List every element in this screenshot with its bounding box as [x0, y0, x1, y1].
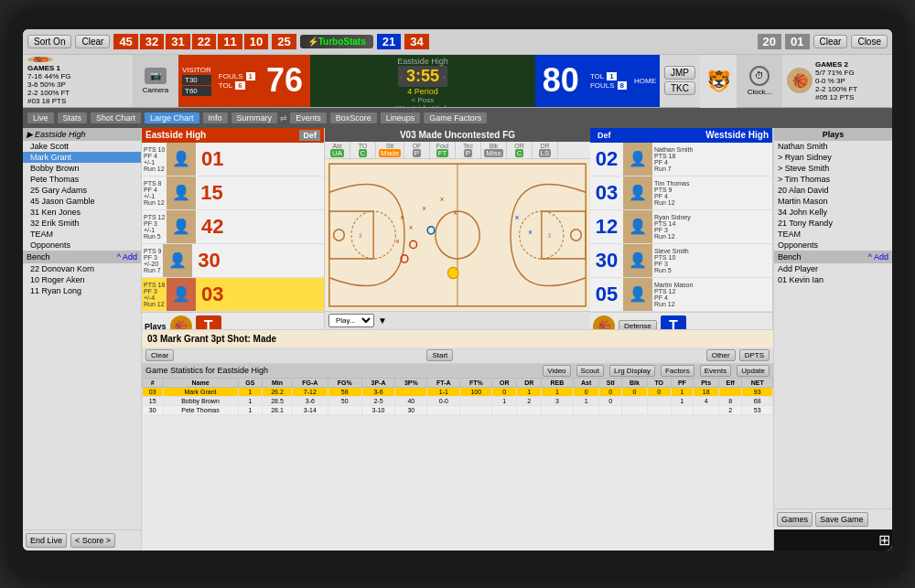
other-button[interactable]: Other: [706, 349, 736, 361]
home-player-2-photo: 👤: [623, 176, 652, 209]
foul-value[interactable]: FT: [436, 149, 449, 157]
to-value-c[interactable]: C: [359, 149, 368, 157]
events-button[interactable]: Events: [700, 365, 731, 377]
play-select[interactable]: Play...: [328, 314, 374, 327]
or-value[interactable]: C: [515, 149, 524, 157]
visitor-player-5-photo: 👤: [167, 278, 196, 311]
games2-panel: 🏀 GAMES 2 5/7 71% FG 0-0 % 3P 2-2 100% F…: [782, 55, 892, 107]
video-button[interactable]: Video: [543, 365, 570, 377]
games-button[interactable]: Games: [777, 512, 813, 527]
blk-value[interactable]: Miss: [484, 149, 502, 157]
nav-tab-events[interactable]: Events: [289, 112, 328, 124]
nav-tab-summary[interactable]: Summary: [231, 112, 279, 124]
bench-player-3[interactable]: 11 Ryan Long: [23, 285, 141, 296]
bench-add-right[interactable]: ^ Add: [868, 252, 888, 262]
start-button[interactable]: Start: [426, 349, 453, 361]
stats-row-mark-grant: 03 Mark Grant 1 26.2 7-12 58 3-6 1-1: [143, 387, 773, 396]
player2-avatar: 🏀: [787, 68, 813, 93]
svg-text:3: 3: [548, 231, 552, 238]
player-team[interactable]: TEAM: [23, 229, 141, 240]
svg-text:3: 3: [359, 231, 362, 238]
home-team-logo: 🐯: [700, 55, 737, 108]
update-button[interactable]: Update: [737, 365, 770, 377]
player-jake-scott[interactable]: Jake Scott: [23, 141, 141, 152]
jmp-button[interactable]: JMP: [664, 66, 695, 80]
player-opponents[interactable]: Opponents: [23, 240, 141, 251]
home-player-5-photo: 👤: [623, 278, 652, 311]
right-player-tim[interactable]: > Tim Thomas: [774, 174, 892, 185]
nav-tab-lineups[interactable]: Lineups: [380, 112, 422, 124]
end-live-button[interactable]: End Live: [26, 533, 67, 548]
home-team-header-name: Westside High: [705, 130, 769, 140]
right-opponents[interactable]: Opponents: [774, 240, 892, 251]
nav-tab-game-factors[interactable]: Game Factors: [423, 112, 488, 124]
right-team[interactable]: TEAM: [774, 229, 892, 240]
player-bobby-brown[interactable]: Bobby Brown: [23, 163, 141, 174]
dpts-button[interactable]: DPTS: [739, 349, 770, 361]
player-jason-gamble[interactable]: 45 Jason Gamble: [23, 196, 141, 207]
score-button[interactable]: < Score >: [70, 533, 115, 548]
tec-value[interactable]: P: [464, 149, 472, 157]
end-live-bar: End Live < Score >: [23, 529, 141, 551]
nav-tab-stats[interactable]: Stats: [57, 112, 89, 124]
visitor-team-name: Eastside High: [397, 57, 448, 66]
col-ftp: FT%: [460, 378, 492, 387]
right-player-alan[interactable]: 20 Alan David: [774, 185, 892, 196]
of-label: OF: [413, 143, 422, 149]
player-erik-smith[interactable]: 32 Erik Smith: [23, 218, 141, 229]
games1-player: #03 18 PTS: [27, 97, 128, 105]
col-gs: GS: [238, 378, 263, 387]
sort-on-button[interactable]: Sort On: [27, 35, 71, 48]
close-button[interactable]: Close: [851, 35, 888, 48]
blk-label: Blk: [490, 143, 499, 149]
factors-button[interactable]: Factors: [661, 365, 694, 377]
save-game-button[interactable]: Save Game: [815, 512, 868, 527]
tol-visitor-val: 6: [235, 81, 244, 90]
right-player-tony[interactable]: 21 Tony Randy: [774, 218, 892, 229]
right-player-nathan[interactable]: Nathan Smith: [774, 141, 892, 152]
svg-text:×: ×: [422, 204, 426, 212]
stats-table-wrapper: # Name GS Min FG-A FG% 3P-A 3P% FT-A F: [142, 378, 773, 415]
score-32: 32: [140, 34, 164, 49]
clear-button-2[interactable]: Clear: [813, 35, 848, 48]
or-label: OR: [514, 143, 524, 149]
player-ken-jones[interactable]: 31 Ken Jones: [23, 207, 141, 218]
right-add-player[interactable]: Add Player: [774, 263, 892, 274]
nav-tab-boxscore[interactable]: BoxScore: [329, 112, 378, 124]
of-value[interactable]: P: [413, 149, 421, 157]
right-player-steve[interactable]: > Steve Smith: [774, 163, 892, 174]
bench-player-1[interactable]: 22 Donovan Korn: [23, 263, 141, 274]
col-to: TO: [647, 378, 671, 387]
tec-label: Tec: [463, 143, 473, 149]
col-pts: Pts: [694, 378, 719, 387]
bench-player-2[interactable]: 10 Roger Aken: [23, 274, 141, 285]
score-10: 10: [244, 34, 268, 49]
col-or: OR: [492, 378, 517, 387]
nav-tab-live[interactable]: Live: [27, 112, 55, 124]
defense-button[interactable]: Defense: [619, 320, 657, 329]
tkc-button[interactable]: TKC: [664, 81, 695, 95]
dr-value[interactable]: LS: [539, 149, 552, 157]
right-player-john[interactable]: 34 John Kelly: [774, 207, 892, 218]
bench-add-left[interactable]: ^ Add: [117, 252, 137, 262]
right-player-martin[interactable]: Martin Mason: [774, 196, 892, 207]
basketball-icon-home: 🏀: [593, 315, 615, 329]
col-fga: FG-A: [292, 378, 328, 387]
games1-stat1: 7-16 44% FG: [27, 72, 128, 80]
clear-button-play[interactable]: Clear: [145, 349, 174, 361]
nav-tab-large-chart[interactable]: Large Chart: [144, 112, 200, 124]
right-kevin-ian[interactable]: 01 Kevin Ian: [774, 274, 892, 285]
clear-button-1[interactable]: Clear: [75, 35, 110, 48]
player-gary-adams[interactable]: 25 Gary Adams: [23, 185, 141, 196]
lrg-display-button[interactable]: Lrg Display: [609, 365, 655, 377]
nav-tab-shot-chart[interactable]: Shot Chart: [90, 112, 142, 124]
nav-tab-info[interactable]: Info: [202, 112, 229, 124]
col-eff: Eff: [719, 378, 742, 387]
right-player-ryan[interactable]: > Ryan Sidney: [774, 152, 892, 163]
home-score-display: 80: [535, 55, 587, 107]
player-mark-grant[interactable]: Mark Grant: [23, 152, 141, 163]
player-pete-thomas[interactable]: Pete Thomas: [23, 174, 141, 185]
scout-button[interactable]: Scout: [576, 365, 604, 377]
ast-value[interactable]: UA: [330, 149, 344, 157]
stl-value-made[interactable]: Made: [379, 149, 401, 157]
